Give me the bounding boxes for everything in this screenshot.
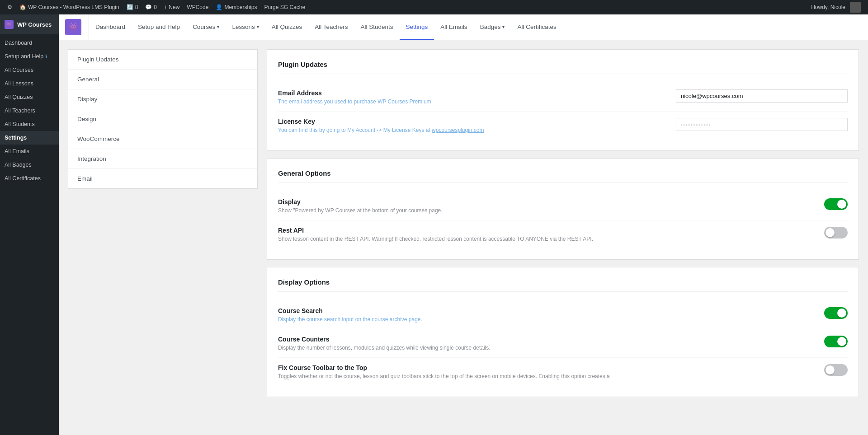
home-icon: 🏠 bbox=[19, 4, 26, 10]
sidebar-item-all-emails[interactable]: All Emails bbox=[0, 145, 59, 158]
howdy-text: Howdy, Nicole bbox=[811, 4, 845, 10]
top-nav-setup-and-help[interactable]: Setup and Help bbox=[132, 14, 186, 40]
brand-label: WP Courses bbox=[17, 21, 52, 28]
sidebar-item-all-certificates[interactable]: All Certificates bbox=[0, 172, 59, 185]
sidebar-nav: Dashboard Setup and Help ℹ All Courses A… bbox=[0, 34, 59, 185]
rest-api-toggle[interactable] bbox=[824, 227, 848, 239]
user-avatar bbox=[850, 2, 861, 13]
left-panel-plugin-updates[interactable]: Plugin Updates bbox=[68, 50, 257, 70]
wp-icon: ⚙ bbox=[7, 4, 12, 10]
course-search-left: Course Search Display the course search … bbox=[278, 307, 824, 323]
course-counters-left: Course Counters Display the number of le… bbox=[278, 336, 824, 351]
setup-label: Setup and Help bbox=[5, 53, 43, 60]
fix-course-toolbar-description: Toggles whether or not the course, lesso… bbox=[278, 373, 806, 379]
sidebar-item-setup-and-help[interactable]: Setup and Help ℹ bbox=[0, 50, 59, 63]
email-address-left: Email Address The email address you used… bbox=[278, 89, 676, 105]
admin-bar-howdy[interactable]: Howdy, Nicole bbox=[807, 2, 864, 13]
left-panel-email[interactable]: Email bbox=[68, 169, 257, 188]
sidebar-item-all-teachers[interactable]: All Teachers bbox=[0, 104, 59, 117]
top-nav-all-teachers[interactable]: All Teachers bbox=[308, 14, 354, 40]
top-nav-items: Dashboard Setup and Help Courses ▾ Lesso… bbox=[89, 14, 563, 40]
top-nav-all-emails[interactable]: All Emails bbox=[434, 14, 473, 40]
top-nav-courses[interactable]: Courses ▾ bbox=[186, 14, 226, 40]
license-key-input[interactable] bbox=[676, 118, 848, 131]
main-area: 👾 Dashboard Setup and Help Courses ▾ Les… bbox=[59, 14, 868, 435]
email-address-input-wrapper bbox=[676, 89, 848, 103]
top-nav-all-quizzes[interactable]: All Quizzes bbox=[265, 14, 309, 40]
left-panel-integration[interactable]: Integration bbox=[68, 149, 257, 169]
license-key-left: License Key You can find this by going t… bbox=[278, 118, 676, 133]
all-quizzes-label: All Quizzes bbox=[5, 94, 33, 100]
left-panel-design[interactable]: Design bbox=[68, 109, 257, 129]
license-key-input-wrapper bbox=[676, 118, 848, 131]
memberships-icon: 👤 bbox=[216, 4, 222, 10]
top-nav-all-certificates[interactable]: All Certificates bbox=[511, 14, 562, 40]
left-panel-woocommerce[interactable]: WooCommerce bbox=[68, 129, 257, 149]
sidebar-item-all-quizzes[interactable]: All Quizzes bbox=[0, 90, 59, 104]
course-search-description: Display the course search input on the c… bbox=[278, 316, 806, 323]
admin-bar-memberships[interactable]: 👤 Memberships bbox=[212, 0, 260, 14]
course-counters-toggle[interactable] bbox=[824, 336, 848, 347]
fix-course-toolbar-toggle[interactable] bbox=[824, 364, 848, 376]
comments-count: 0 bbox=[154, 4, 157, 10]
sidebar-item-all-students[interactable]: All Students bbox=[0, 117, 59, 131]
top-nav-lessons[interactable]: Lessons ▾ bbox=[226, 14, 265, 40]
admin-bar-user: Howdy, Nicole bbox=[807, 2, 864, 13]
left-panel: Plugin Updates General Display Design Wo… bbox=[68, 49, 258, 189]
left-panel-display[interactable]: Display bbox=[68, 89, 257, 109]
admin-bar-site-name[interactable]: 🏠 WP Courses - WordPress LMS Plugin bbox=[16, 0, 123, 14]
sidebar-item-all-courses[interactable]: All Courses bbox=[0, 63, 59, 77]
plugin-updates-title: Plugin Updates bbox=[278, 61, 848, 74]
main-layout: 👾 WP Courses Dashboard Setup and Help ℹ … bbox=[0, 14, 868, 435]
memberships-label: Memberships bbox=[224, 4, 257, 10]
course-search-row: Course Search Display the course search … bbox=[278, 301, 848, 329]
course-search-label: Course Search bbox=[278, 307, 806, 314]
all-emails-label: All Emails bbox=[5, 148, 29, 154]
top-nav-all-students[interactable]: All Students bbox=[354, 14, 400, 40]
settings-label: Settings bbox=[5, 135, 27, 141]
all-certificates-label: All Certificates bbox=[5, 175, 41, 182]
license-key-row: License Key You can find this by going t… bbox=[278, 112, 848, 140]
sidebar-item-dashboard[interactable]: Dashboard bbox=[0, 36, 59, 50]
admin-bar-new[interactable]: + New bbox=[160, 0, 183, 14]
course-search-knob bbox=[837, 309, 846, 318]
email-address-description: The email address you used to purchase W… bbox=[278, 98, 658, 105]
wpcode-label: WPCode bbox=[187, 4, 208, 10]
display-options-title: Display Options bbox=[278, 278, 848, 292]
sidebar-item-all-badges[interactable]: All Badges bbox=[0, 158, 59, 172]
sidebar: 👾 WP Courses Dashboard Setup and Help ℹ … bbox=[0, 14, 59, 435]
course-counters-knob bbox=[837, 337, 846, 346]
admin-bar-comments[interactable]: 💬 0 bbox=[142, 0, 160, 14]
top-nav-dashboard[interactable]: Dashboard bbox=[89, 14, 132, 40]
email-address-label: Email Address bbox=[278, 89, 658, 97]
updates-icon: 🔄 bbox=[127, 4, 133, 10]
general-display-left: Display Show "Powered by WP Courses at t… bbox=[278, 198, 824, 214]
new-content-label: + New bbox=[164, 4, 179, 10]
courses-chevron-icon: ▾ bbox=[217, 24, 219, 29]
license-key-label: License Key bbox=[278, 118, 658, 125]
admin-bar-updates[interactable]: 🔄 8 bbox=[123, 0, 142, 14]
dashboard-label: Dashboard bbox=[5, 40, 32, 46]
rest-api-knob bbox=[826, 228, 835, 237]
rest-api-left: Rest API Show lesson content in the REST… bbox=[278, 227, 824, 242]
admin-bar-purge-cache[interactable]: Purge SG Cache bbox=[260, 0, 309, 14]
top-nav-badges[interactable]: Badges ▾ bbox=[474, 14, 511, 40]
sidebar-brand[interactable]: 👾 WP Courses bbox=[0, 14, 59, 34]
sidebar-item-settings[interactable]: Settings bbox=[0, 131, 59, 145]
license-key-link[interactable]: wpcoursesplugin.com bbox=[432, 127, 484, 133]
top-nav-settings[interactable]: Settings bbox=[400, 14, 434, 40]
email-address-row: Email Address The email address you used… bbox=[278, 83, 848, 112]
fix-course-toolbar-left: Fix Course Toolbar to the Top Toggles wh… bbox=[278, 364, 824, 379]
general-display-toggle[interactable] bbox=[824, 198, 848, 210]
admin-bar-wp-logo[interactable]: ⚙ bbox=[4, 0, 16, 14]
course-counters-description: Display the number of lessons, modules a… bbox=[278, 345, 806, 351]
email-address-input[interactable] bbox=[676, 89, 848, 103]
rest-api-description: Show lesson content in the REST API. War… bbox=[278, 236, 806, 242]
admin-bar-wpcode[interactable]: WPCode bbox=[183, 0, 212, 14]
course-search-toggle[interactable] bbox=[824, 307, 848, 319]
general-display-slider bbox=[824, 198, 848, 210]
rest-api-label: Rest API bbox=[278, 227, 806, 234]
left-panel-general[interactable]: General bbox=[68, 70, 257, 89]
general-display-knob bbox=[837, 200, 846, 209]
sidebar-item-all-lessons[interactable]: All Lessons bbox=[0, 77, 59, 90]
